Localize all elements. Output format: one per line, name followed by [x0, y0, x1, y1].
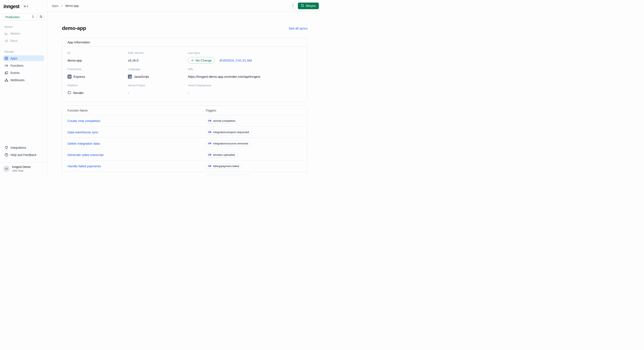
field-value: - — [188, 90, 302, 96]
app-root: inngest ⌘ K Production Monitor Metrics — [0, 0, 322, 175]
user-name: John Doe — [12, 169, 30, 172]
field-framework: Framework ex Express — [68, 68, 128, 80]
sidebar-item-runs[interactable]: Runs — [3, 38, 44, 44]
sidebar-item-help[interactable]: Help and Feedback — [3, 152, 44, 158]
table-row: Create chat completion ai/chat.completio… — [62, 115, 307, 126]
sidebar-item-metrics[interactable]: Metrics — [3, 31, 44, 36]
field-sdk-version: SDK Version v3.16.0 — [128, 51, 188, 64]
breadcrumb-apps[interactable]: Apps — [52, 4, 58, 8]
field-label: Framework — [68, 68, 128, 71]
column-triggers: Triggers — [206, 109, 307, 112]
resync-button[interactable]: Resync — [298, 3, 319, 9]
breadcrumb-current: demo-app — [65, 4, 79, 8]
more-actions-button[interactable] — [290, 3, 296, 9]
function-link[interactable]: Create chat completion — [68, 119, 206, 123]
function-link[interactable]: Delete integration data — [68, 142, 206, 145]
field-url: URL https://inngest-demo-app.onrender.co… — [188, 68, 302, 80]
trigger-pill: integrations/source.removed — [206, 141, 251, 146]
sidebar: inngest ⌘ K Production Monitor Metrics — [0, 0, 48, 175]
function-link[interactable]: Data warehouse sync — [68, 130, 206, 134]
sidebar-item-label: Runs — [10, 39, 18, 43]
table-row: Delete integration data integrations/sou… — [62, 138, 307, 149]
sidebar-item-webhooks[interactable]: Webhooks — [3, 77, 44, 83]
inngest-logo: inngest — [4, 4, 20, 10]
user-info: Inngest Demo John Doe — [12, 165, 30, 172]
function-link[interactable]: Handle failed payments — [68, 164, 206, 168]
environment-settings-button[interactable] — [38, 14, 44, 20]
logo-row: inngest ⌘ K — [0, 3, 47, 10]
title-row: demo-app See all syncs — [62, 25, 308, 31]
breadcrumb-chevron-icon — [61, 5, 63, 7]
see-all-syncs-link[interactable]: See all syncs — [289, 27, 308, 30]
trigger-name: ai/chat.completion — [213, 119, 236, 122]
avatar: IN — [3, 165, 10, 172]
function-link[interactable]: Generate video transcript — [68, 153, 206, 157]
environment-row: Production — [3, 14, 44, 20]
command-k-shortcut[interactable]: ⌘ K — [22, 4, 30, 9]
field-language: Language JS JavaScript — [128, 68, 188, 80]
webhook-icon — [4, 78, 8, 82]
plug-icon — [4, 146, 8, 150]
sidebar-item-label: Metrics — [10, 32, 20, 35]
field-value: JS JavaScript — [128, 73, 188, 80]
field-vercel-project: Vercel Project - — [128, 84, 188, 96]
sidebar-spacer — [0, 84, 47, 145]
sliders-icon — [39, 15, 43, 19]
chart-icon — [4, 32, 8, 36]
status-badge-label: No Change — [196, 59, 212, 62]
field-value: v3.16.0 — [128, 57, 188, 64]
app-information-card: App Information ID demo-app SDK Version … — [62, 38, 308, 102]
sidebar-item-label: Functions — [10, 64, 24, 67]
field-id: ID demo-app — [68, 51, 128, 64]
express-icon: ex — [68, 75, 72, 79]
kebab-icon — [292, 4, 294, 8]
user-org: Inngest Demo — [12, 165, 30, 169]
sidebar-item-functions[interactable]: Functions — [3, 63, 44, 68]
field-platform: Platform Render — [68, 84, 128, 96]
user-menu[interactable]: IN Inngest Demo John Doe — [0, 162, 47, 175]
page-title: demo-app — [62, 25, 86, 31]
field-label: Vercel Project — [128, 84, 188, 87]
table-row: Generate video transcript ai/video.uploa… — [62, 149, 307, 160]
page-content: demo-app See all syncs App Information I… — [48, 12, 322, 175]
sidebar-item-label: Help and Feedback — [10, 153, 36, 157]
last-sync-timestamp-link[interactable]: 8/16/2024, 2:51:31 AM — [220, 59, 252, 62]
main-area: Apps demo-app Resync demo-app See a — [48, 0, 322, 175]
check-icon — [191, 59, 194, 62]
language-name: JavaScript — [134, 75, 149, 78]
sidebar-section-manage: Manage — [0, 50, 47, 53]
event-trigger-icon — [208, 131, 212, 133]
trigger-pill: ai/chat.completion — [206, 118, 238, 124]
field-label: Last Sync — [188, 51, 302, 55]
environment-label: Production — [5, 15, 20, 19]
field-label: URL — [188, 68, 302, 71]
sidebar-item-label: Events — [10, 71, 20, 75]
table-row: Data warehouse sync integrations/export.… — [62, 126, 307, 138]
list-runs-icon — [4, 39, 8, 43]
field-value: No Change 8/16/2024, 2:51:31 AM — [188, 57, 302, 64]
field-label: SDK Version — [128, 51, 188, 55]
event-trigger-icon — [208, 153, 212, 156]
table-row: Handle failed payments billing/payment.f… — [62, 160, 307, 172]
column-function-name: Function Name — [68, 109, 206, 112]
trigger-pill: integrations/export.requested — [206, 130, 252, 135]
trigger-name: integrations/export.requested — [213, 131, 249, 134]
sidebar-item-label: Integrations — [10, 146, 26, 149]
sidebar-item-integrations[interactable]: Integrations — [3, 145, 44, 150]
field-label: Language — [128, 68, 188, 71]
framework-name: Express — [74, 75, 85, 78]
trigger-name: billing/payment.failed — [213, 165, 239, 168]
trigger-name: ai/video.uploaded — [213, 153, 235, 156]
functions-table: Function Name Triggers Create chat compl… — [62, 106, 308, 175]
card-title: App Information — [62, 38, 307, 47]
refresh-icon — [301, 4, 304, 8]
field-value: https://inngest-demo-app.onrender.com/ap… — [188, 73, 302, 80]
field-value: demo-app — [68, 57, 128, 64]
environment-select[interactable]: Production — [3, 14, 36, 20]
javascript-icon: JS — [128, 75, 132, 79]
sidebar-item-events[interactable]: Events — [3, 70, 44, 76]
table-header: Function Name Triggers — [62, 106, 307, 115]
field-value: Render — [68, 90, 128, 96]
sidebar-item-apps[interactable]: Apps — [3, 55, 44, 61]
field-label: Platform — [68, 84, 128, 87]
